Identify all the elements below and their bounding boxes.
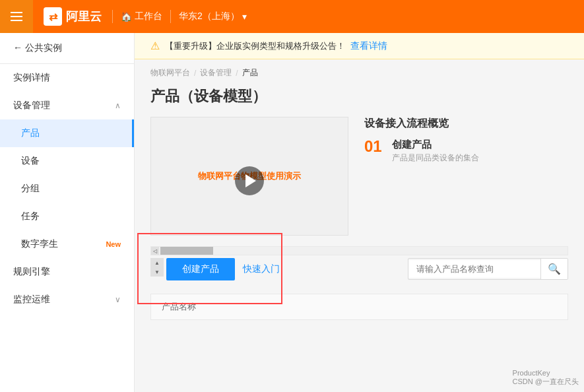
sidebar-back-button[interactable]: ← 公共实例 [0,33,134,64]
video-demo-area[interactable]: 物联网平台物模型使用演示 [150,117,348,236]
sidebar-item-label: 监控运维 [13,294,50,306]
horizontal-scroll-bar[interactable]: ◁ [150,246,568,255]
page-body: 物联网平台物模型使用演示 设备接入流程概览 01 创建产品 产品是同品类设备的集… [135,117,584,392]
aliyun-logo-text: 阿里云 [66,9,102,24]
sidebar-item-device-mgmt[interactable]: 设备管理 ∧ [0,92,134,119]
chevron-down-icon: ▾ [242,11,247,22]
play-icon [245,174,256,187]
flow-overview-title: 设备接入流程概览 [364,117,568,131]
sidebar-item-label: 实例详情 [13,72,50,84]
action-bar: 创建产品 快速入门 [166,258,280,280]
scroll-up-btn[interactable]: ▲ [150,258,164,267]
notice-link[interactable]: 查看详情 [350,40,387,52]
scroll-left-btn[interactable]: ◁ [151,247,159,255]
sidebar-item-product[interactable]: 产品 [0,119,134,147]
chevron-down-icon: ∨ [115,295,121,304]
step-name-1: 创建产品 [392,139,479,151]
table-col-name: 产品名称 [162,301,557,313]
breadcrumb-device-mgmt[interactable]: 设备管理 [200,67,232,79]
breadcrumb: 物联网平台 / 设备管理 / 产品 [135,59,584,81]
scroll-down-btn[interactable]: ▼ [150,267,164,277]
side-arrows: ▲ ▼ [150,258,164,277]
back-label: ← 公共实例 [13,42,62,54]
sidebar-item-label: 规则引擎 [13,266,50,278]
sidebar-item-label: 产品 [21,127,40,139]
scroll-thumb [160,247,213,255]
quick-entry-link[interactable]: 快速入门 [243,263,280,275]
chevron-up-icon: ∧ [115,101,121,110]
workbench-nav-item[interactable]: 🏠 工作台 [113,7,170,26]
sidebar: ← 公共实例 实例详情 设备管理 ∧ 产品 设备 分组 任务 数字孪生 New … [0,33,135,392]
content-area: ⚠ 【重要升级】企业版实例类型和规格升级公告！ 查看详情 物联网平台 / 设备管… [135,33,584,392]
search-box: 🔍 [408,258,568,280]
action-row: ▲ ▼ 创建产品 快速入门 🔍 [150,258,568,288]
breadcrumb-iot[interactable]: 物联网平台 [150,67,190,79]
warning-icon: ⚠ [150,40,160,52]
new-badge: New [106,240,121,248]
bottom-toolbar-area: ◁ ▲ ▼ 创建产品 [150,246,568,320]
notice-banner: ⚠ 【重要升级】企业版实例类型和规格升级公告！ 查看详情 [135,33,584,59]
logo-area: ⇄ 阿里云 [33,7,112,26]
sidebar-item-label: 设备管理 [13,100,50,112]
scroll-track [159,247,568,255]
watermark-line1: CSDN @一直在尺头 [513,377,579,387]
step-content-1: 创建产品 产品是同品类设备的集合 [392,139,479,164]
sidebar-item-monitor-ops[interactable]: 监控运维 ∨ [0,286,134,313]
top-navigation: ⇄ 阿里云 🏠 工作台 华东2（上海） ▾ [0,0,584,33]
search-icon: 🔍 [548,263,561,275]
breadcrumb-current: 产品 [242,67,258,79]
aliyun-logo-icon: ⇄ [44,7,62,26]
table-header: 产品名称 [150,294,568,320]
watermark: ProductKey CSDN @一直在尺头 [513,369,579,387]
region-selector[interactable]: 华东2（上海） ▾ [171,7,255,26]
play-button[interactable] [235,166,264,195]
sidebar-item-label: 数字孪生 [21,238,58,250]
two-col-layout: 物联网平台物模型使用演示 设备接入流程概览 01 创建产品 产品是同品类设备的集… [150,117,568,236]
sidebar-item-device[interactable]: 设备 [0,147,134,175]
sidebar-item-rule-engine[interactable]: 规则引擎 [0,258,134,286]
sidebar-item-task[interactable]: 任务 [0,203,134,230]
region-label: 华东2（上海） [179,11,240,22]
step-number-1: 01 [364,139,384,154]
home-icon: 🏠 [121,11,132,22]
watermark-line2: ProductKey [513,369,579,377]
notice-text: 【重要升级】企业版实例类型和规格升级公告！ [165,40,345,52]
scroll-vert-area: ▲ ▼ 创建产品 快速入门 🔍 [150,258,568,288]
sidebar-item-label: 设备 [21,155,40,167]
hamburger-button[interactable] [0,0,33,33]
main-layout: ← 公共实例 实例详情 设备管理 ∧ 产品 设备 分组 任务 数字孪生 New … [0,33,584,392]
search-button[interactable]: 🔍 [540,259,568,279]
create-product-button[interactable]: 创建产品 [166,258,235,280]
search-input[interactable] [408,260,540,278]
breadcrumb-sep-2: / [236,69,238,78]
flow-overview: 设备接入流程概览 01 创建产品 产品是同品类设备的集合 [364,117,568,236]
sidebar-item-group[interactable]: 分组 [0,175,134,203]
page-title: 产品（设备模型） [135,81,584,117]
sidebar-item-instance-detail[interactable]: 实例详情 [0,64,134,92]
sidebar-item-digital-twin[interactable]: 数字孪生 New [0,230,134,258]
workbench-label: 工作台 [135,11,162,22]
sidebar-item-label: 分组 [21,183,40,195]
sidebar-item-label: 任务 [21,211,40,222]
flow-step-1: 01 创建产品 产品是同品类设备的集合 [364,139,568,164]
breadcrumb-sep-1: / [194,69,196,78]
step-desc-1: 产品是同品类设备的集合 [392,152,479,164]
hamburger-icon [11,12,22,21]
